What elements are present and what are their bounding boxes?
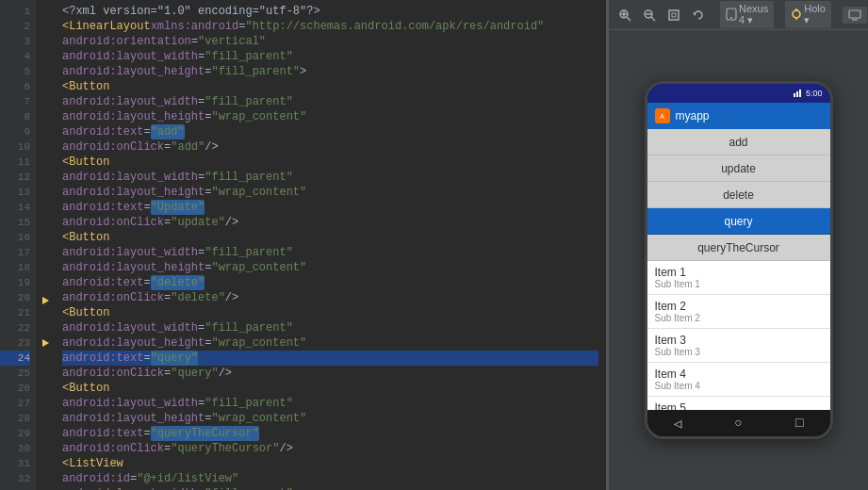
gutter-21 xyxy=(36,280,55,294)
gutter-8 xyxy=(36,98,55,112)
phone-nav-bar: ◁ ○ □ xyxy=(647,410,830,436)
line-number-4: 4 xyxy=(0,49,30,64)
gutter-27 xyxy=(36,364,55,378)
phone-btn-update[interactable]: update xyxy=(647,155,830,182)
svg-point-12 xyxy=(793,10,800,18)
svg-rect-7 xyxy=(669,10,679,20)
code-line-31: <ListView xyxy=(62,456,598,471)
list-item-5[interactable]: Item 5 xyxy=(647,397,830,410)
code-line-26: <Button xyxy=(62,381,598,396)
svg-marker-9 xyxy=(693,12,696,16)
code-line-25: android:onClick="query"/> xyxy=(62,366,598,381)
line-number-5: 5 xyxy=(0,64,30,79)
line-number-12: 12 xyxy=(0,170,30,185)
gutter-3 xyxy=(36,28,55,42)
code-line-10: android:onClick="add"/> xyxy=(62,139,598,155)
gutter-30 xyxy=(36,406,55,420)
phone-btn-queryTheCursor[interactable]: queryTheCursor xyxy=(647,235,830,261)
gutter-4 xyxy=(36,42,55,57)
gutter-14 xyxy=(36,182,55,196)
reset-button[interactable] xyxy=(688,7,709,24)
gutter-6 xyxy=(36,70,55,84)
list-item-1[interactable]: Item 1Sub Item 1 xyxy=(647,261,830,295)
line-number-14: 14 xyxy=(0,200,30,215)
line-number-22: 22 xyxy=(0,320,30,335)
zoom-out-button[interactable] xyxy=(639,7,660,24)
phone-screen: addupdatedeletequeryqueryTheCursorItem 1… xyxy=(647,129,830,410)
device-label-text: Nexus 4 ▾ xyxy=(739,3,768,26)
line-number-16: 16 xyxy=(0,230,30,245)
gutter-markers xyxy=(36,0,55,490)
line-number-32: 32 xyxy=(0,471,30,486)
list-view: Item 1Sub Item 1Item 2Sub Item 2Item 3Su… xyxy=(647,261,830,410)
gutter-2 xyxy=(36,14,55,28)
gutter-13 xyxy=(36,168,55,182)
fit-button[interactable] xyxy=(663,7,684,24)
line-number-28: 28 xyxy=(0,411,30,426)
line-number-33: 33 xyxy=(0,486,30,490)
gutter-24 xyxy=(36,322,55,336)
code-line-15: android:onClick="update"/> xyxy=(62,215,598,230)
code-line-23: android:layout_height="wrap_content" xyxy=(62,335,598,351)
app-icon: A xyxy=(655,108,670,123)
phone-btn-add[interactable]: add xyxy=(647,129,830,155)
code-line-21: <Button xyxy=(62,305,598,320)
list-item-sub-4: Sub Item 4 xyxy=(655,381,823,391)
theme-selector[interactable]: Holo ▾ xyxy=(785,1,831,28)
phone-btn-query[interactable]: query xyxy=(647,208,830,235)
code-line-11: <Button xyxy=(62,155,598,170)
phone-btn-delete[interactable]: delete xyxy=(647,182,830,208)
svg-rect-23 xyxy=(799,90,801,97)
code-line-18: android:layout_height="wrap_content" xyxy=(62,260,598,275)
home-icon[interactable]: ○ xyxy=(734,416,742,431)
list-item-title-4: Item 4 xyxy=(655,368,823,381)
gutter-34 xyxy=(36,462,55,476)
list-item-title-3: Item 3 xyxy=(655,334,823,347)
line-number-10: 10 xyxy=(0,139,30,155)
phone-frame: 5:00 A myapp addupdatedeletequeryqueryTh… xyxy=(645,81,833,439)
line-number-21: 21 xyxy=(0,305,30,320)
theme-label-text: Holo ▾ xyxy=(804,3,826,26)
code-line-9: android:text="add" xyxy=(62,124,598,139)
line-number-20: 20 xyxy=(0,290,30,305)
back-icon[interactable]: ◁ xyxy=(674,416,681,432)
gutter-18 xyxy=(36,238,55,253)
code-line-7: android:layout_width="fill_parent" xyxy=(62,94,598,109)
list-item-3[interactable]: Item 3Sub Item 3 xyxy=(647,329,830,363)
code-line-29: android:text="queryTheCursor" xyxy=(62,426,598,441)
gutter-12 xyxy=(36,154,55,168)
code-line-28: android:layout_height="wrap_content" xyxy=(62,411,598,426)
preview-toolbar: Nexus 4 ▾ Holo ▾ xyxy=(609,0,868,30)
code-line-19: android:text="delete" xyxy=(62,275,598,290)
code-area[interactable]: <?xml version="1.0" encoding="utf-8"?><L… xyxy=(55,0,606,490)
gutter-32 xyxy=(36,434,55,449)
preview-content: 5:00 A myapp addupdatedeletequeryqueryTh… xyxy=(609,30,868,490)
editor-content: 1234567891011121314151617181920212223242… xyxy=(0,0,606,490)
gutter-25 xyxy=(36,336,55,351)
svg-point-11 xyxy=(730,17,732,19)
gutter-10 xyxy=(36,126,55,140)
code-line-20: android:onClick="delete"/> xyxy=(62,290,598,305)
line-number-13: 13 xyxy=(0,185,30,200)
code-line-33: android:layout_width="fill_parent" xyxy=(62,486,598,490)
gutter-35 xyxy=(36,476,55,490)
code-line-32: android:id="@+id/listView" xyxy=(62,471,598,486)
recent-icon[interactable]: □ xyxy=(795,416,803,431)
zoom-in-button[interactable] xyxy=(614,7,635,24)
list-item-4[interactable]: Item 4Sub Item 4 xyxy=(647,363,830,397)
list-item-sub-3: Sub Item 3 xyxy=(655,347,823,357)
gutter-20 xyxy=(36,266,55,280)
svg-line-5 xyxy=(651,17,655,21)
screen-selector[interactable] xyxy=(843,7,867,24)
theme-icon xyxy=(791,8,802,22)
line-number-17: 17 xyxy=(0,245,30,260)
gutter-31 xyxy=(36,420,55,434)
list-item-2[interactable]: Item 2Sub Item 2 xyxy=(647,295,830,329)
code-line-3: android:orientation="vertical" xyxy=(62,34,598,49)
line-number-30: 30 xyxy=(0,441,30,456)
device-selector[interactable]: Nexus 4 ▾ xyxy=(720,1,774,28)
line-number-19: 19 xyxy=(0,275,30,290)
list-item-title-1: Item 1 xyxy=(655,266,823,279)
code-line-8: android:layout_height="wrap_content" xyxy=(62,109,598,124)
app-title: myapp xyxy=(676,109,710,122)
